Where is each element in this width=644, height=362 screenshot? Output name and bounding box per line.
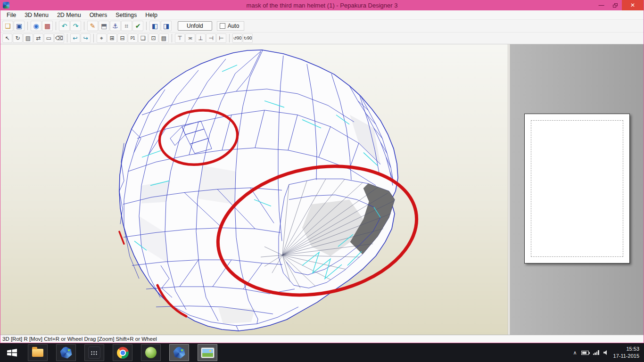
preview-button[interactable]: ❏: [138, 33, 148, 43]
window-title: mask of the third man helmet (1) - Pepak…: [0, 2, 644, 9]
menu-help[interactable]: Help: [141, 10, 162, 19]
print-button[interactable]: ▤: [159, 33, 169, 43]
folder-icon: [32, 349, 43, 357]
restore-icon: [613, 3, 618, 8]
close-button[interactable]: ✕: [622, 0, 644, 10]
toolbar-button-icon: ↶: [62, 22, 67, 30]
rotate-view-button[interactable]: ↻: [13, 33, 23, 43]
toolbar-button-icon: ↷: [73, 22, 79, 30]
rotate-right-90-button[interactable]: ↻90: [243, 33, 253, 43]
material-tool-button[interactable]: ⬒: [99, 21, 109, 31]
hatch-tool-button[interactable]: ▨: [23, 33, 33, 43]
pen-tool-button[interactable]: ✎: [87, 21, 98, 31]
toolbar-button-icon: ✔: [135, 22, 141, 30]
toolbar-button-icon: ⊡: [151, 35, 156, 41]
align-bottom-button[interactable]: ⊥: [196, 33, 206, 43]
toolbar-button-icon: ❏: [140, 35, 146, 41]
toolbar-separator: [144, 22, 147, 30]
open-button[interactable]: ❏: [2, 21, 13, 31]
pepakura-icon: [60, 347, 72, 359]
join-face-button[interactable]: ⊟: [117, 33, 127, 43]
toolbar-button-icon: ↻: [15, 35, 20, 41]
display-settings-button[interactable]: ◉: [31, 21, 41, 31]
battery-icon[interactable]: [581, 351, 589, 355]
restore-button[interactable]: [608, 0, 622, 10]
measure-tool-button[interactable]: ⌗: [121, 21, 132, 31]
toolbar-button-icon: ▣: [16, 22, 22, 30]
auto-checkbox[interactable]: [220, 23, 225, 29]
divide-face-button[interactable]: ⊞: [107, 33, 117, 43]
volume-icon[interactable]: [603, 350, 609, 355]
viewport-2d[interactable]: [510, 44, 644, 335]
tray-clock[interactable]: 15:53 17-11-2015: [613, 346, 639, 360]
cropmark-button[interactable]: ⌖: [97, 33, 107, 43]
toolbar-button-icon: ⊥: [198, 35, 203, 41]
toolbar1-buttons: ❏▣◉▩↶↷✎⬒⚓⌗✔◧◨: [2, 21, 172, 31]
toolbar-button-icon: ⇄: [36, 35, 41, 41]
menu-2d-menu[interactable]: 2D Menu: [53, 10, 85, 19]
undo-button[interactable]: ↶: [59, 21, 70, 31]
toolbar-button-icon: ↺90: [233, 36, 242, 41]
toolbar-button-icon: ⊞: [109, 35, 114, 41]
check-tool-button[interactable]: ✔: [132, 21, 143, 31]
menu-others[interactable]: Others: [85, 10, 112, 19]
network-signal-icon[interactable]: [593, 350, 599, 355]
taskbar-pepakura-designer[interactable]: [169, 344, 189, 361]
taskbar-photo-viewer[interactable]: [198, 344, 217, 361]
auto-checkbox-label: Auto: [228, 23, 239, 29]
taskbar-green-app[interactable]: [141, 344, 161, 361]
pin-tool-button[interactable]: ⚓: [110, 21, 121, 31]
rotate-left-90-button[interactable]: ↺90: [232, 33, 242, 43]
taskbar-chrome[interactable]: [113, 344, 132, 361]
tray-expand-icon[interactable]: ∧: [573, 350, 577, 356]
align-middle-button[interactable]: ≍: [185, 33, 195, 43]
align-left-button[interactable]: ⊣: [206, 33, 216, 43]
toolbar-button-icon: ⌗: [125, 22, 129, 30]
taskbar-file-explorer[interactable]: [28, 344, 48, 361]
erase-tool-button[interactable]: ⌫: [54, 33, 64, 43]
menu-3d-menu[interactable]: 3D Menu: [20, 10, 53, 19]
app-icon: [3, 2, 9, 8]
toolbar-button-icon: ◧: [152, 22, 158, 30]
menu-settings[interactable]: Settings: [111, 10, 141, 19]
page-setup-button[interactable]: P1: [128, 33, 138, 43]
toolbar-button-icon: ⬒: [101, 22, 107, 30]
taskbar: ∧ 15:53 17-11-2015: [0, 343, 644, 362]
redo-button[interactable]: ↷: [70, 21, 81, 31]
pepakura-window: mask of the third man helmet (1) - Pepak…: [0, 0, 644, 343]
save-button[interactable]: ▣: [14, 21, 25, 31]
toolbar-button-icon: ◨: [163, 22, 169, 30]
system-tray: ∧ 15:53 17-11-2015: [573, 343, 644, 362]
taskbar-utility-app[interactable]: [84, 344, 104, 361]
toolbar-separator: [53, 22, 56, 30]
toolbar-separator: [25, 22, 28, 30]
toolbar-separator: [227, 34, 230, 42]
chrome-icon: [117, 347, 129, 359]
toolbar-separator: [169, 34, 172, 42]
toolbar-button-icon: ▤: [161, 35, 166, 41]
toolbar-button-icon: ↩: [73, 35, 77, 41]
align-top-button[interactable]: ⊤: [175, 33, 185, 43]
redo-2d-button[interactable]: ↪: [81, 33, 91, 43]
unfold-button[interactable]: Unfold: [178, 21, 212, 31]
start-button[interactable]: [0, 343, 24, 362]
view-full-button[interactable]: ◨: [161, 21, 172, 31]
taskbar-apps: [0, 343, 222, 362]
window-controls: — ✕: [594, 0, 644, 10]
select-tool-button[interactable]: ↖: [2, 33, 12, 43]
texture-settings-button[interactable]: ▩: [42, 21, 53, 31]
flip-tool-button[interactable]: ⇄: [33, 33, 43, 43]
photo-icon: [201, 348, 214, 358]
menu-file[interactable]: File: [2, 10, 20, 19]
viewport-3d[interactable]: [0, 44, 508, 335]
toolbar-button-icon: ↖: [5, 35, 9, 41]
note-tool-button[interactable]: ▭: [44, 33, 54, 43]
layout-button[interactable]: ⊡: [149, 33, 158, 43]
titlebar[interactable]: mask of the third man helmet (1) - Pepak…: [0, 0, 644, 10]
windows-logo-icon: [6, 348, 18, 357]
minimize-button[interactable]: —: [594, 0, 608, 10]
align-right-button[interactable]: ⊢: [216, 33, 226, 43]
undo-2d-button[interactable]: ↩: [70, 33, 80, 43]
taskbar-pepakura-viewer[interactable]: [56, 344, 76, 361]
view-split-button[interactable]: ◧: [149, 21, 160, 31]
